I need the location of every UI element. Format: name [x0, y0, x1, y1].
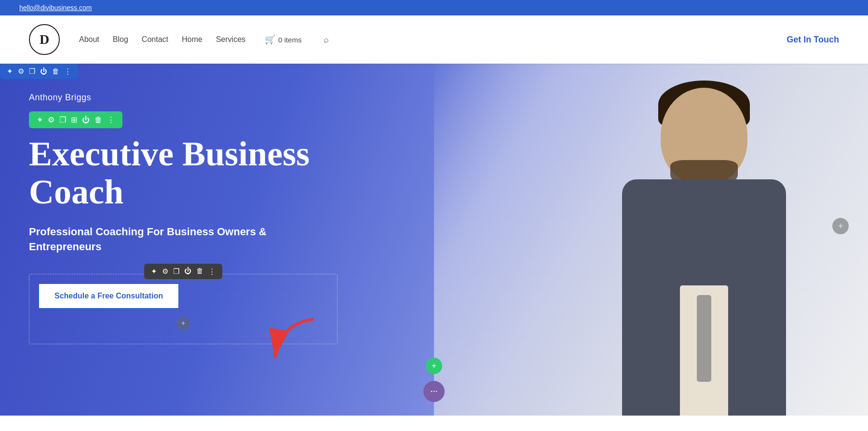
- section-delete-icon[interactable]: 🗑: [52, 67, 59, 76]
- nav-about[interactable]: About: [79, 35, 99, 44]
- nav-services[interactable]: Services: [216, 35, 245, 44]
- cta-add-icon[interactable]: ✦: [151, 267, 157, 276]
- header: D About Blog Contact Home Services 🛒 0 i…: [0, 15, 868, 64]
- header-left: D About Blog Contact Home Services 🛒 0 i…: [29, 24, 329, 55]
- hero-content: Anthony Briggs ✦ ⚙ ❐ ⊞ ⏻ 🗑 ⋮ Executive B…: [29, 93, 328, 344]
- title-more-icon[interactable]: ⋮: [107, 115, 115, 124]
- hero-name: Anthony Briggs: [29, 93, 328, 103]
- search-icon: ⌕: [324, 35, 329, 44]
- main-nav: About Blog Contact Home Services: [79, 35, 245, 44]
- section-disable-icon[interactable]: ⏻: [40, 67, 47, 76]
- section-toolbar: ✦ ⚙ ❐ ⏻ 🗑 ⋮: [0, 64, 78, 79]
- logo[interactable]: D: [29, 24, 60, 55]
- section-more-icon[interactable]: ⋮: [64, 67, 71, 76]
- get-in-touch-link[interactable]: Get In Touch: [787, 35, 839, 45]
- hero-title: Executive Business Coach: [29, 135, 328, 211]
- man-tie: [697, 295, 711, 382]
- title-settings-icon[interactable]: ⚙: [48, 115, 54, 124]
- search-button[interactable]: ⌕: [324, 35, 329, 45]
- cta-disable-icon[interactable]: ⏻: [184, 267, 191, 275]
- section-duplicate-icon[interactable]: ❐: [29, 67, 35, 76]
- title-add-icon[interactable]: ✦: [37, 115, 43, 124]
- more-options-button[interactable]: ···: [423, 381, 445, 402]
- cta-duplicate-icon[interactable]: ❐: [173, 267, 179, 276]
- cta-module-toolbar: ✦ ⚙ ❐ ⏻ 🗑 ⋮: [144, 264, 222, 279]
- add-section-button[interactable]: +: [426, 358, 442, 374]
- email-link[interactable]: hello@divibusiness.com: [19, 4, 92, 12]
- bottom-add-area: + ···: [423, 358, 445, 402]
- title-grid-icon[interactable]: ⊞: [71, 115, 77, 124]
- section-add-icon[interactable]: ✦: [7, 67, 13, 76]
- nav-home[interactable]: Home: [182, 35, 203, 44]
- man-figure: [579, 88, 829, 416]
- hero-section: ✦ ⚙ ❐ ⏻ 🗑 ⋮ + Anthony Briggs ✦ ⚙: [0, 64, 868, 416]
- title-delete-icon[interactable]: 🗑: [95, 116, 102, 124]
- cart-area[interactable]: 🛒 0 items: [265, 34, 301, 45]
- nav-contact[interactable]: Contact: [142, 35, 168, 44]
- add-inside-cta-button[interactable]: +: [176, 317, 190, 330]
- title-module-toolbar: ✦ ⚙ ❐ ⊞ ⏻ 🗑 ⋮: [29, 111, 122, 128]
- cta-settings-icon[interactable]: ⚙: [162, 267, 168, 276]
- top-bar: hello@divibusiness.com: [0, 0, 868, 15]
- hero-subtitle: Professional Coaching For Business Owner…: [29, 225, 328, 255]
- red-arrow: [251, 314, 328, 374]
- man-body: [622, 179, 786, 416]
- title-disable-icon[interactable]: ⏻: [82, 116, 90, 124]
- cta-delete-icon[interactable]: 🗑: [196, 267, 203, 275]
- cta-button[interactable]: Schedule a Free Consultation: [38, 283, 179, 309]
- cta-more-icon[interactable]: ⋮: [208, 267, 216, 276]
- nav-blog[interactable]: Blog: [113, 35, 128, 44]
- hero-photo: [434, 64, 868, 416]
- title-duplicate-icon[interactable]: ❐: [59, 115, 66, 124]
- cart-count: 0 items: [278, 36, 301, 44]
- add-column-button[interactable]: +: [832, 218, 849, 234]
- section-settings-icon[interactable]: ⚙: [18, 67, 24, 76]
- add-column-area: +: [832, 218, 849, 234]
- cart-icon: 🛒: [265, 34, 275, 45]
- man-head: [661, 88, 747, 184]
